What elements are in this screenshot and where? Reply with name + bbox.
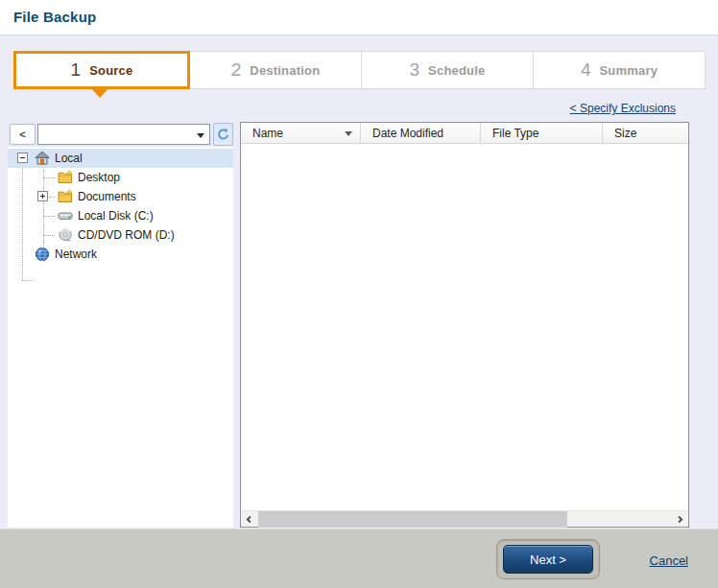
- scrollbar-track[interactable]: [257, 511, 672, 528]
- step-number: 2: [231, 59, 242, 81]
- column-label: Size: [614, 127, 636, 140]
- network-globe-icon: [35, 247, 50, 262]
- tree-item-label: Documents: [78, 190, 136, 203]
- next-button[interactable]: Next >: [503, 545, 593, 574]
- wizard-step-schedule[interactable]: 3 Schedule: [361, 51, 534, 89]
- file-list-body[interactable]: [241, 145, 688, 509]
- tree-item-label: CD/DVD ROM (D:): [78, 228, 175, 242]
- column-header-date-modified[interactable]: Date Modified: [361, 123, 481, 144]
- cd-drive-icon: [58, 227, 73, 243]
- scroll-right-button[interactable]: [672, 511, 688, 528]
- tree-item-desktop[interactable]: Desktop: [8, 168, 233, 187]
- tree-item-label: Local Disk (C:): [78, 209, 154, 223]
- window-header: File Backup: [0, 0, 718, 35]
- step-label: Destination: [250, 63, 320, 78]
- file-list-panel: Name Date Modified File Type Size: [240, 122, 689, 528]
- cancel-link[interactable]: Cancel: [650, 553, 688, 568]
- expand-icon[interactable]: [37, 191, 48, 201]
- scrollbar-thumb[interactable]: [258, 511, 567, 528]
- next-button-focus-ring: Next >: [496, 539, 600, 579]
- tree-item-local-disk-c[interactable]: Local Disk (C:): [8, 206, 233, 225]
- source-tree-panel: < Local: [8, 122, 233, 528]
- tree-item-label: Network: [55, 247, 97, 261]
- column-header-size[interactable]: Size: [603, 123, 688, 144]
- location-combobox[interactable]: [37, 124, 210, 145]
- tree-item-network[interactable]: Network: [8, 245, 233, 264]
- active-step-pointer-icon: [91, 88, 108, 98]
- chevron-left-icon: [245, 515, 253, 524]
- step-label: Summary: [599, 63, 658, 78]
- horizontal-scrollbar[interactable]: [241, 510, 688, 527]
- step-label: Schedule: [428, 63, 485, 78]
- wizard-step-bar: 1 Source 2 Destination 3 Schedule 4 Summ…: [13, 51, 706, 89]
- new-folder-icon: [58, 189, 73, 204]
- tree-item-cd-dvd-d[interactable]: CD/DVD ROM (D:): [8, 225, 233, 245]
- refresh-icon: [216, 128, 230, 142]
- wizard-step-source[interactable]: 1 Source: [13, 51, 190, 89]
- column-header-name[interactable]: Name: [241, 123, 361, 144]
- chevron-right-icon: [676, 515, 684, 524]
- wizard-step-summary[interactable]: 4 Summary: [533, 51, 706, 89]
- tree-item-label: Local: [55, 152, 83, 165]
- specify-exclusions-link[interactable]: < Specify Exclusions: [570, 102, 676, 115]
- refresh-button[interactable]: [213, 123, 233, 146]
- step-number: 4: [581, 59, 591, 81]
- tree-connector: [22, 280, 33, 281]
- page-title: File Backup: [13, 9, 96, 25]
- column-label: Name: [252, 127, 283, 140]
- file-list-header: Name Date Modified File Type Size: [241, 123, 688, 144]
- tree-item-documents[interactable]: Documents: [8, 187, 233, 206]
- scroll-left-button[interactable]: [241, 511, 257, 528]
- tree-item-local[interactable]: Local: [8, 149, 233, 168]
- footer-bar: Next > Cancel: [0, 529, 718, 588]
- column-label: Date Modified: [372, 127, 443, 140]
- column-header-file-type[interactable]: File Type: [481, 123, 603, 144]
- chevron-down-icon[interactable]: [197, 133, 204, 138]
- tree-toolbar: <: [8, 122, 233, 147]
- step-label: Source: [89, 63, 132, 78]
- hard-drive-icon: [58, 208, 73, 223]
- step-number: 1: [71, 59, 82, 81]
- home-icon: [35, 151, 50, 166]
- sort-desc-icon: [345, 131, 352, 136]
- back-button[interactable]: <: [10, 124, 36, 145]
- location-input[interactable]: [40, 126, 192, 143]
- wizard-step-destination[interactable]: 2 Destination: [189, 51, 362, 89]
- column-label: File Type: [492, 127, 538, 140]
- new-folder-icon: [58, 170, 73, 185]
- tree-item-label: Desktop: [78, 171, 120, 184]
- source-tree: Local Desktop Documents: [8, 149, 233, 264]
- collapse-icon[interactable]: [17, 153, 28, 163]
- step-number: 3: [410, 59, 420, 81]
